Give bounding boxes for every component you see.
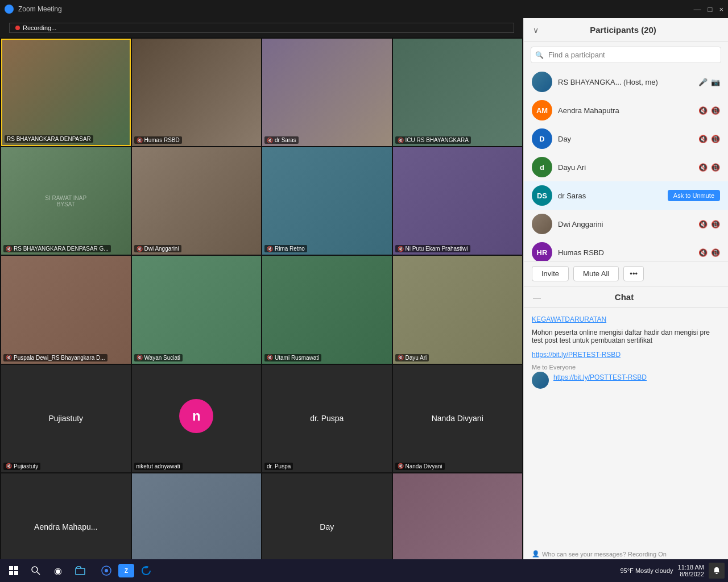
- search-input[interactable]: [531, 47, 721, 63]
- svg-point-8: [105, 569, 108, 572]
- video-cell-10[interactable]: 🔇 Wayan Suciati: [132, 256, 262, 363]
- video-cell-12[interactable]: 🔇 Dayu Ari: [393, 256, 523, 363]
- mic-icon-rs: 🎤: [698, 78, 708, 86]
- chat-msg-1: KEGAWATDARURATAN: [532, 314, 720, 324]
- video-label-12: 🔇 Dayu Ari: [395, 354, 429, 361]
- mute-icon-7: 🔇: [267, 246, 273, 252]
- cam-icon-humas: 📵: [711, 248, 720, 257]
- video-cell-7[interactable]: 🔇 Rima Retno: [262, 147, 392, 255]
- participant-icons-rs: 🎤 📷: [698, 78, 720, 86]
- mute-icon-4: 🔇: [398, 138, 404, 143]
- participant-item-dayu[interactable]: d Dayu Ari 🔇 📵: [524, 153, 728, 181]
- video-area: Recording... RS BHAYANGKARA DENPASAR 🔇 H…: [0, 18, 523, 582]
- titlebar-controls[interactable]: — □ ×: [694, 5, 723, 14]
- mute-icon-3: 🔇: [267, 138, 273, 143]
- mute-icon-16: 🔇: [398, 463, 404, 469]
- chat-link-pretest[interactable]: https://bit.ly/PRETEST-RSBD: [532, 351, 621, 359]
- svg-rect-1: [14, 566, 18, 570]
- participant-name-drsamras: dr Saras: [558, 192, 662, 200]
- titlebar-left: Zoom Meeting: [5, 5, 62, 14]
- video-cell-13[interactable]: Pujiastuty 🔇 Pujiastuty: [1, 365, 131, 472]
- video-cell-4[interactable]: 🔇 ICU RS BHAYANGKARA: [393, 39, 523, 146]
- video-cell-14[interactable]: n niketut adnyawati: [132, 365, 262, 472]
- chat-collapse-icon[interactable]: —: [533, 293, 541, 302]
- participant-item-rs[interactable]: RS BHAYANGKA... (Host, me) 🎤 📷: [524, 68, 728, 96]
- search-box: 🔍: [531, 47, 721, 63]
- label-text-4: ICU RS BHAYANGKARA: [406, 137, 469, 143]
- video-cell-1[interactable]: RS BHAYANGKARA DENPASAR: [1, 39, 131, 146]
- video-label-6: 🔇 Dwi Anggarini: [134, 245, 181, 252]
- minimize-button[interactable]: —: [694, 5, 701, 14]
- chat-msg-4: Me to Everyone https://bit.ly/POSTTEST-R…: [532, 364, 720, 389]
- participants-title: Participants (20): [590, 25, 656, 35]
- label-text-8: Ni Putu Ekam Prahastiwi: [406, 246, 468, 252]
- chat-msg-2: Mohon peserta online mengisi daftar hadi…: [532, 329, 720, 344]
- chat-bubble-4: https://bit.ly/POSTTEST-RSBD: [532, 372, 720, 389]
- mic-icon-aendra: 🔇: [698, 106, 708, 115]
- chat-link-emergency[interactable]: KEGAWATDARURATAN: [532, 315, 606, 323]
- video-label-4: 🔇 ICU RS BHAYANGKARA: [395, 136, 471, 144]
- chat-messages: KEGAWATDARURATAN Mohon peserta online me…: [524, 308, 728, 547]
- taskbar-action-center-icon[interactable]: ◉: [48, 560, 68, 581]
- participant-item-dwi[interactable]: Dwi Anggarini 🔇 📵: [524, 210, 728, 238]
- video-cell-6[interactable]: 🔇 Dwi Anggarini: [132, 147, 262, 255]
- participant-item-drsamras[interactable]: DS dr Saras Ask to Unmute: [524, 181, 728, 210]
- participant-name-dayu: Dayu Ari: [558, 163, 693, 172]
- ask-unmute-button[interactable]: Ask to Unmute: [668, 190, 720, 201]
- taskbar-time: 11:18 AM: [678, 564, 704, 571]
- video-cell-15[interactable]: dr. Puspa dr. Puspa: [262, 365, 392, 472]
- video-label-2: 🔇 Humas RSBD: [134, 136, 182, 144]
- more-options-button[interactable]: •••: [623, 266, 644, 281]
- participant-icons-dwi: 🔇 📵: [698, 220, 720, 228]
- mic-icon-day: 🔇: [698, 135, 708, 143]
- video-cell-16[interactable]: Nanda Divyani 🔇 Nanda Divyani: [393, 365, 523, 472]
- video-cell-11[interactable]: 🔇 Utami Rusmawati: [262, 256, 392, 363]
- mute-icon-8: 🔇: [398, 246, 404, 252]
- invite-button[interactable]: Invite: [532, 266, 569, 281]
- participants-header: ∨ Participants (20): [524, 18, 728, 42]
- mute-icon-13: 🔇: [6, 463, 12, 469]
- video-label-13: 🔇 Pujiastuty: [3, 463, 40, 470]
- video-label-5: 🔇 RS BHAYANGKARA DENPASAR G...: [3, 245, 111, 252]
- video-cell-3[interactable]: 🔇 dr Saras: [262, 39, 392, 146]
- mute-all-button[interactable]: Mute All: [573, 266, 619, 281]
- cam-icon-aendra: 📵: [711, 106, 720, 115]
- titlebar: Zoom Meeting — □ ×: [0, 0, 728, 18]
- privacy-text: Who can see your messages? Recording On: [542, 551, 667, 558]
- participant-icons-humas: 🔇 📵: [698, 248, 720, 257]
- label-text-13: Pujiastuty: [14, 463, 38, 469]
- video-cell-8[interactable]: 🔇 Ni Putu Ekam Prahastiwi: [393, 147, 523, 255]
- chat-header: — Chat: [524, 286, 728, 308]
- label-text-7: Rima Retno: [275, 246, 305, 252]
- notification-button[interactable]: [709, 563, 725, 579]
- taskbar-chrome-icon[interactable]: [96, 560, 117, 581]
- video-cell-5[interactable]: SI RAWAT INAPBYSAT 🔇 RS BHAYANGKARA DENP…: [1, 147, 131, 255]
- label-text-9: Puspala Dewi_RS Bhayangkara D...: [14, 355, 105, 361]
- label-text-12: Dayu Ari: [406, 355, 427, 361]
- weather-text: 95°F Mostly cloudy: [620, 567, 673, 574]
- chat-link-posttest[interactable]: https://bit.ly/POSTTEST-RSBD: [553, 373, 647, 381]
- label-text-3: dr Saras: [275, 137, 296, 143]
- taskbar-edge-icon[interactable]: [136, 560, 156, 581]
- taskbar-search-icon[interactable]: [26, 560, 46, 581]
- taskbar-windows-icon[interactable]: [3, 560, 24, 581]
- chat-section: — Chat KEGAWATDARURATAN Mohon peserta on…: [524, 286, 728, 582]
- taskbar-clock: 11:18 AM 8/8/2022: [678, 564, 704, 577]
- avatar-dwi: [532, 214, 552, 234]
- taskbar-weather: 95°F Mostly cloudy: [620, 567, 673, 574]
- close-button[interactable]: ×: [719, 5, 723, 14]
- maximize-button[interactable]: □: [708, 5, 713, 14]
- participant-item-day[interactable]: D Day 🔇 📵: [524, 124, 728, 153]
- participant-item-aendra[interactable]: AM Aendra Mahaputra 🔇 📵: [524, 96, 728, 124]
- mic-icon-humas: 🔇: [698, 248, 708, 257]
- svg-line-5: [37, 572, 40, 575]
- video-label-3: 🔇 dr Saras: [264, 136, 299, 144]
- participants-collapse-icon[interactable]: ∨: [533, 26, 539, 35]
- taskbar-explorer-icon[interactable]: [70, 560, 90, 581]
- taskbar-zoom-icon[interactable]: Z: [118, 564, 134, 577]
- participant-name-dwi: Dwi Anggarini: [558, 220, 693, 228]
- video-cell-9[interactable]: 🔇 Puspala Dewi_RS Bhayangkara D...: [1, 256, 131, 363]
- main-layout: Recording... RS BHAYANGKARA DENPASAR 🔇 H…: [0, 18, 728, 582]
- video-cell-2[interactable]: 🔇 Humas RSBD: [132, 39, 262, 146]
- participant-item-humas[interactable]: HR Humas RSBD 🔇 📵: [524, 238, 728, 261]
